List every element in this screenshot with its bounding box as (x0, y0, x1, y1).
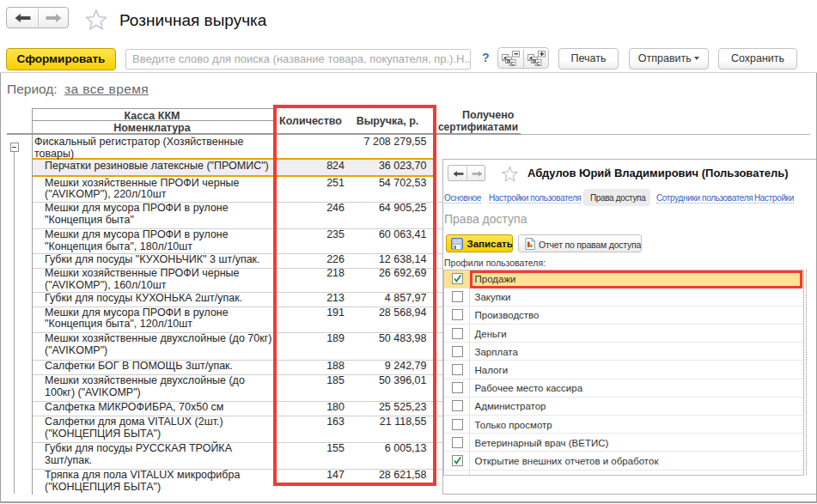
svg-text:C: C (510, 59, 515, 65)
svg-text:C: C (536, 59, 540, 65)
